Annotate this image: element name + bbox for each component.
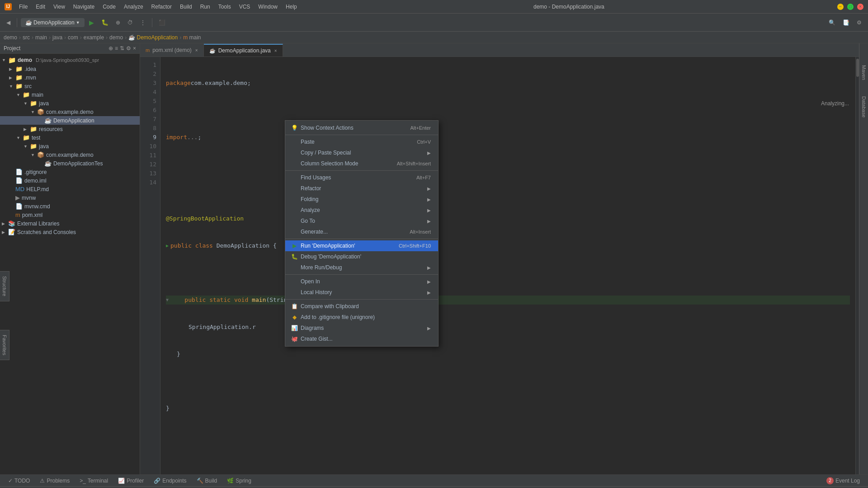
close-demo-tab[interactable]: × (274, 48, 277, 53)
breadcrumb-class[interactable]: ☕ DemoApplication (128, 34, 178, 41)
menu-view[interactable]: View (50, 2, 69, 11)
tree-item-idea[interactable]: ▶ 📁 .idea (0, 65, 140, 73)
right-tab-database[interactable]: Database (860, 93, 868, 121)
debug-button[interactable]: 🐛 (99, 17, 111, 28)
bottom-tab-profiler[interactable]: 📈 Profiler (113, 476, 148, 485)
bookmarks-button[interactable]: 📑 (840, 18, 852, 28)
minimize-button[interactable]: − (837, 4, 844, 10)
menu-vcs[interactable]: VCS (236, 2, 254, 11)
ctx-debug[interactable]: 🐛Debug 'DemoApplication' (285, 251, 438, 262)
breadcrumb-com[interactable]: com (68, 34, 78, 41)
tree-item-java-test[interactable]: ▼ 📁 java (0, 142, 140, 150)
breadcrumb-main[interactable]: main (35, 34, 47, 41)
menu-file[interactable]: File (15, 2, 31, 11)
ctx-refactor[interactable]: Refactor ▶ (285, 183, 438, 194)
ctx-local-history[interactable]: Local History ▶ (285, 287, 438, 298)
tree-item-demo-application-tests[interactable]: ☕ DemoApplicationTes (0, 159, 140, 168)
close-pom-tab[interactable]: × (195, 48, 198, 53)
ctx-diagrams[interactable]: 📊Diagrams ▶ (285, 323, 438, 333)
menu-run[interactable]: Run (197, 2, 214, 11)
tree-item-help[interactable]: MD HELP.md (0, 185, 140, 193)
tree-item-mvn[interactable]: ▶ 📁 .mvn (0, 73, 140, 82)
menu-navigate[interactable]: Navigate (70, 2, 98, 11)
ctx-goto[interactable]: Go To ▶ (285, 216, 438, 226)
bottom-tab-problems[interactable]: ⚠ Problems (35, 476, 74, 485)
ctx-analyze[interactable]: Analyze ▶ (285, 205, 438, 216)
tree-item-scratches[interactable]: ▶ 📝 Scratches and Consoles (0, 228, 140, 236)
ctx-create-gist[interactable]: 🐙Create Gist... (285, 333, 438, 344)
stop-button[interactable]: ⬛ (156, 18, 168, 28)
tree-item-ext-libs[interactable]: ▶ 📚 External Libraries (0, 219, 140, 228)
menu-analyze[interactable]: Analyze (120, 2, 147, 11)
menu-window[interactable]: Window (255, 2, 281, 11)
panel-icon-sort[interactable]: ⇅ (120, 45, 124, 52)
tree-item-test[interactable]: ▼ 📁 test (0, 133, 140, 142)
ctx-folding[interactable]: Folding ▶ (285, 194, 438, 205)
panel-icon-close[interactable]: × (133, 45, 136, 52)
maximize-button[interactable]: □ (847, 4, 854, 10)
tree-item-java[interactable]: ▼ 📁 java (0, 99, 140, 108)
code-content[interactable]: package com.example.demo; import ...; @S… (160, 57, 855, 474)
ctx-more-run[interactable]: More Run/Debug ▶ (285, 262, 438, 273)
breadcrumb-method[interactable]: m main (183, 34, 201, 41)
ctx-paste[interactable]: Paste Ctrl+V (285, 136, 438, 147)
tree-item-gitignore[interactable]: 📄 .gitignore (0, 168, 140, 176)
bottom-tab-endpoints[interactable]: 🔗 Endpoints (149, 476, 191, 485)
structure-label[interactable]: Structure (0, 271, 9, 301)
ctx-run[interactable]: ▶Run 'DemoApplication' Ctrl+Shift+F10 (285, 240, 438, 251)
tree-item-demo[interactable]: ▼ 📁 demo D:\java-Springboot\0930_spr (0, 56, 140, 65)
right-tab-maven[interactable]: Maven (860, 61, 868, 84)
tree-item-pkg-main[interactable]: ▼ 📦 com.example.demo (0, 108, 140, 116)
bottom-tab-terminal[interactable]: >_ Terminal (75, 476, 113, 485)
tree-item-iml[interactable]: 📄 demo.iml (0, 176, 140, 185)
vertical-scrollbar[interactable] (855, 57, 859, 474)
close-button[interactable]: × (857, 4, 863, 10)
ctx-show-context-actions[interactable]: 💡Show Context Actions Alt+Enter (285, 122, 438, 133)
tree-item-pkg-test[interactable]: ▼ 📦 com.example.demo (0, 150, 140, 159)
menu-build[interactable]: Build (176, 2, 196, 11)
menu-help[interactable]: Help (282, 2, 301, 11)
profile-button[interactable]: ⏱ (125, 18, 136, 28)
tree-item-mvnw-cmd[interactable]: 📄 mvnw.cmd (0, 202, 140, 211)
tab-pom-xml[interactable]: m pom.xml (demo) × (140, 44, 204, 56)
bottom-tab-event-log[interactable]: 2 Event Log (822, 476, 864, 486)
ctx-add-gitignore[interactable]: ◆Add to .gitignore file (unignore) (285, 312, 438, 323)
ctx-generate[interactable]: Generate... Alt+Insert (285, 226, 438, 237)
menu-refactor[interactable]: Refactor (148, 2, 175, 11)
run-config-button[interactable]: ☕ DemoApplication ▼ (21, 18, 85, 27)
ctx-open-in[interactable]: Open In ▶ (285, 276, 438, 287)
breadcrumb-src[interactable]: src (23, 34, 30, 41)
ctx-find-usages[interactable]: Find Usages Alt+F7 (285, 172, 438, 183)
menu-tools[interactable]: Tools (215, 2, 235, 11)
tab-demo-application[interactable]: ☕ DemoApplication.java × (204, 44, 283, 56)
scrollbar-thumb[interactable] (856, 59, 859, 77)
back-button[interactable]: ◀ (4, 18, 13, 28)
bottom-tab-todo[interactable]: ✓ TODO (4, 476, 34, 485)
run-button[interactable]: ▶ (86, 17, 97, 28)
search-button[interactable]: 🔍 (826, 18, 838, 28)
menu-code[interactable]: Code (99, 2, 119, 11)
ctx-column-selection[interactable]: Column Selection Mode Alt+Shift+Insert (285, 158, 438, 169)
settings-gear-button[interactable]: ⚙ (854, 18, 864, 28)
menu-edit[interactable]: Edit (32, 2, 49, 11)
tree-item-mvnw[interactable]: ▶ mvnw (0, 193, 140, 202)
more-button[interactable]: ⋮ (137, 18, 148, 28)
favorites-label[interactable]: Favorites (0, 330, 9, 360)
tree-item-resources[interactable]: ▶ 📁 resources (0, 125, 140, 133)
bottom-tab-spring[interactable]: 🌿 Spring (222, 476, 256, 485)
tree-item-pom[interactable]: m pom.xml (0, 211, 140, 219)
panel-icon-add[interactable]: ⊕ (108, 45, 113, 52)
breadcrumb-java[interactable]: java (52, 34, 62, 41)
ctx-compare-clipboard[interactable]: 📋Compare with Clipboard (285, 301, 438, 312)
breadcrumb-demopkg[interactable]: demo (109, 34, 123, 41)
panel-icon-list[interactable]: ≡ (115, 45, 118, 52)
breadcrumb-example[interactable]: example (84, 34, 104, 41)
ctx-copy-paste-special[interactable]: Copy / Paste Special ▶ (285, 147, 438, 158)
coverage-button[interactable]: ⊕ (113, 18, 123, 28)
tree-item-src[interactable]: ▼ 📁 src (0, 82, 140, 90)
tree-item-main[interactable]: ▼ 📁 main (0, 90, 140, 99)
tree-item-demo-application[interactable]: ☕ DemoApplication (0, 116, 140, 125)
breadcrumb-demo[interactable]: demo (4, 34, 17, 41)
panel-icon-settings[interactable]: ⚙ (126, 45, 131, 52)
bottom-tab-build[interactable]: 🔨 Build (192, 476, 222, 485)
